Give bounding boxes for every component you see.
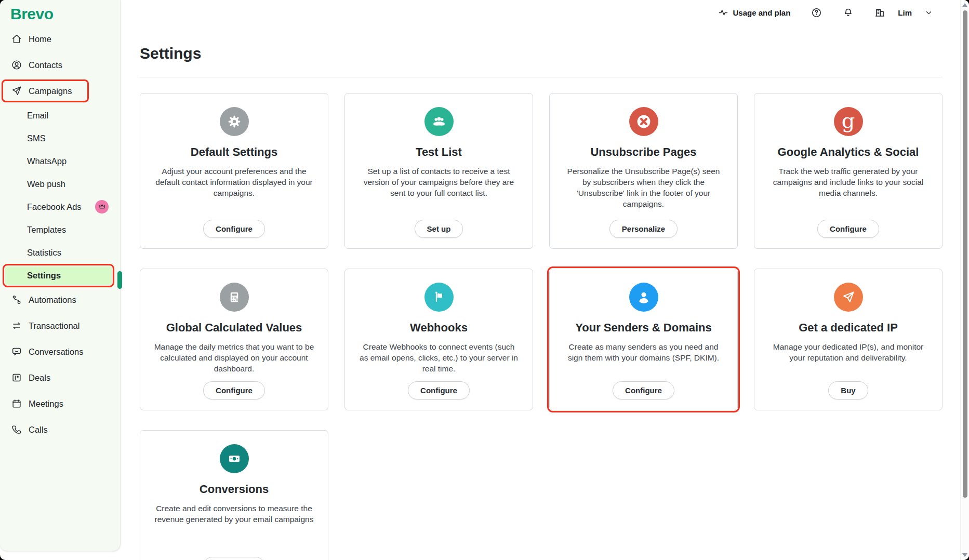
configure-button[interactable]: Configure [408,381,470,399]
sidebar: Brevo Home Contacts Campaigns [0,0,121,551]
card-test-list: Test List Set up a list of contacts to r… [344,93,533,249]
topbar: Usage and plan Lim [121,0,960,25]
card-webhooks: Webhooks Create Webhooks to connect even… [344,269,533,410]
card-conversions: Conversions Create and edit conversions … [140,430,328,560]
card-description: Create and edit conversions to measure t… [154,503,314,525]
card-title: Unsubscribe Pages [590,145,696,159]
card-title: Get a dedicated IP [799,321,898,335]
circle-x-icon [629,107,658,136]
sidebar-item-templates[interactable]: Templates [0,218,120,241]
banknote-icon [220,444,249,473]
flag-icon [424,283,454,312]
card-description: Track the web traffic generated by your … [768,166,928,198]
phone-icon [10,423,23,436]
card-title: Your Senders & Domains [575,321,711,335]
sidebar-item-label: Conversations [29,347,83,357]
users-group-icon [424,107,454,136]
scroll-up-arrow[interactable] [962,3,967,7]
account-name: Lim [898,8,912,17]
sidebar-item-label: Email [27,111,48,121]
sidebar-item-web-push[interactable]: Web push [0,172,120,195]
sidebar-item-email[interactable]: Email [0,104,120,127]
scrollbar-thumb[interactable] [963,10,967,498]
activity-pulse-icon [718,7,728,18]
card-default-settings: Default Settings Adjust your account pre… [140,93,328,249]
chat-bubble-icon [10,345,23,358]
sidebar-item-automations[interactable]: Automations [0,287,120,313]
sidebar-item-label: Settings [27,271,61,281]
settings-page: Settings Default Settings Adjust your ac… [121,45,960,560]
sidebar-item-label: Meetings [29,399,63,409]
sidebar-item-label: Facebook Ads [27,202,82,212]
sidebar-item-meetings[interactable]: Meetings [0,391,120,417]
configure-button[interactable]: Configure [817,220,879,238]
card-get-dedicated-ip: Get a dedicated IP Manage your dedicated… [754,269,943,410]
sidebar-item-label: Contacts [29,60,62,70]
scroll-down-arrow[interactable] [962,553,967,557]
kanban-icon [10,371,23,384]
card-global-calculated-values: Global Calculated Values Manage the dail… [140,269,328,410]
campaigns-annotation-box: Campaigns [3,81,87,101]
account-menu[interactable]: Lim [874,7,933,18]
sidebar-item-settings[interactable]: Settings [0,264,120,287]
page-title: Settings [140,45,943,62]
sidebar-item-label: Calls [29,425,48,435]
bell-icon [843,7,854,18]
settings-annotation-box: Settings [5,266,112,285]
card-title: Conversions [200,483,269,496]
sidebar-item-transactional[interactable]: Transactional [0,313,120,339]
card-description: Adjust your account preferences and the … [154,166,314,198]
sidebar-item-conversations[interactable]: Conversations [0,339,120,365]
scrollbar[interactable] [960,0,969,560]
sidebar-item-contacts[interactable]: Contacts [0,52,120,78]
card-your-senders-domains: Your Senders & Domains Create as many se… [549,269,738,410]
google-g-icon: g [834,107,863,136]
automation-icon [10,294,23,306]
sidebar-item-statistics[interactable]: Statistics [0,241,120,264]
configure-button[interactable]: Configure [613,381,674,399]
sidebar-item-label: Automations [29,295,76,305]
card-description: Personalize the Unsubscribe Page(s) seen… [563,166,724,209]
sidebar-item-home[interactable]: Home [0,26,120,52]
calendar-icon [10,397,23,410]
configure-button[interactable]: Configure [203,557,265,560]
sidebar-item-deals[interactable]: Deals [0,365,120,391]
configure-button[interactable]: Configure [203,220,265,238]
calculator-icon [220,283,249,312]
notifications-button[interactable] [843,7,854,18]
swap-arrows-icon [10,319,23,332]
sidebar-item-label: Transactional [29,321,79,331]
sidebar-item-sms[interactable]: SMS [0,127,120,150]
card-unsubscribe-pages: Unsubscribe Pages Personalize the Unsubs… [549,93,738,249]
premium-crown-badge [95,200,109,214]
card-description: Create as many senders as you need and s… [563,341,724,363]
active-item-indicator [117,271,122,289]
card-title: Test List [416,145,462,159]
sidebar-item-label: Statistics [27,248,61,258]
sidebar-item-label: Campaigns [29,86,72,96]
usage-and-plan-label: Usage and plan [733,8,790,17]
main-area: Usage and plan Lim Settings [121,0,960,560]
settings-card-grid: Default Settings Adjust your account pre… [140,93,943,560]
chevron-down-icon [924,8,933,17]
configure-button[interactable]: Configure [203,381,265,399]
buy-button[interactable]: Buy [828,381,868,399]
sidebar-item-label: WhatsApp [27,156,67,166]
sidebar-item-whatsapp[interactable]: WhatsApp [0,150,120,172]
help-button[interactable] [811,7,822,18]
sidebar-nav: Home Contacts Campaigns Email [0,26,120,443]
paper-plane-icon [10,85,23,97]
app-window: Brevo Home Contacts Campaigns [0,0,969,560]
brevo-logo[interactable]: Brevo [0,0,120,23]
sidebar-item-facebook-ads[interactable]: Facebook Ads [0,195,120,218]
sidebar-item-campaigns[interactable]: Campaigns [0,78,120,104]
home-icon [10,33,23,45]
card-description: Manage your dedicated IP(s), and monitor… [768,341,928,363]
personalize-button[interactable]: Personalize [609,220,678,238]
sidebar-item-calls[interactable]: Calls [0,417,120,443]
card-title: Default Settings [191,145,277,159]
card-description: Manage the daily metrics that you want t… [154,341,314,374]
usage-and-plan-link[interactable]: Usage and plan [718,7,790,18]
set-up-button[interactable]: Set up [415,220,463,238]
organization-icon [874,7,885,18]
